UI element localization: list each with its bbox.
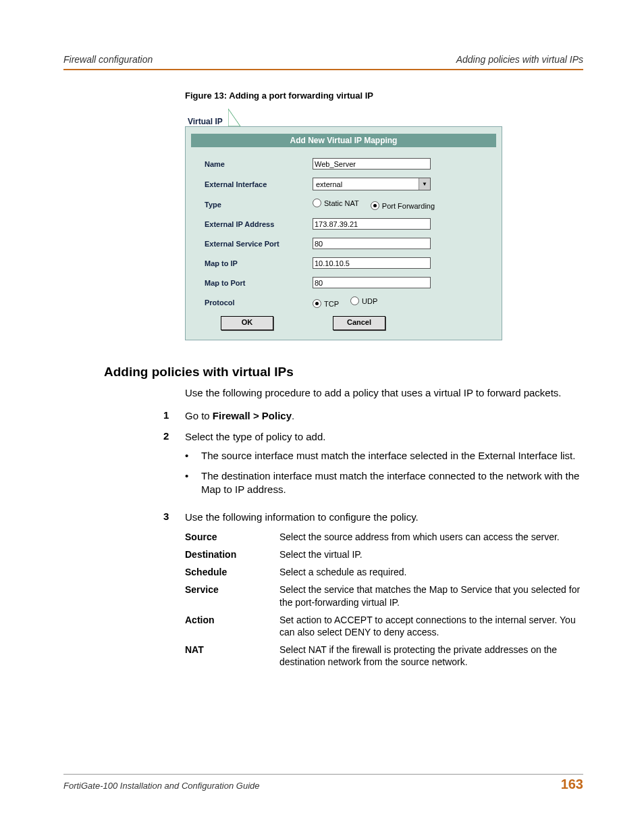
step-3-text: Use the following information to configu… — [185, 511, 583, 524]
step-1-text: Go to Firewall > Policy. — [185, 409, 583, 423]
list-item: • The destination interface must match t… — [185, 469, 583, 497]
external-ip-input[interactable] — [313, 218, 431, 230]
footer-doc-title: FortiGate-100 Installation and Configura… — [63, 781, 260, 791]
name-input[interactable] — [313, 158, 431, 170]
config-table: SourceSelect the source address from whi… — [185, 531, 583, 669]
header-left: Firewall configuration — [63, 54, 153, 65]
tab-virtual-ip[interactable]: Virtual IP — [185, 114, 228, 126]
figure-caption: Figure 13: Adding a port forwarding virt… — [185, 90, 583, 101]
step-3-number: 3 — [163, 511, 185, 524]
label-name: Name — [205, 160, 313, 168]
cancel-button[interactable]: Cancel — [333, 316, 385, 330]
footer-rule — [63, 774, 583, 775]
dropdown-arrow-icon: ▼ — [419, 178, 430, 190]
radio-static-nat-label: Static NAT — [324, 199, 359, 207]
header-right: Adding policies with virtual IPs — [456, 54, 583, 65]
external-interface-select[interactable]: external ▼ — [313, 178, 431, 190]
step-2-number: 2 — [163, 430, 185, 504]
external-port-input[interactable] — [313, 238, 431, 249]
radio-port-forwarding-label: Port Forwarding — [382, 202, 435, 210]
label-external-ip: External IP Address — [205, 220, 313, 228]
list-item: • The source interface must match the in… — [185, 449, 583, 463]
ok-button[interactable]: OK — [221, 316, 273, 330]
dialog-title: Add New Virtual IP Mapping — [191, 134, 496, 147]
external-interface-value: external — [316, 180, 342, 188]
table-row: DestinationSelect the virtual IP. — [185, 548, 583, 561]
step-2-text: Select the type of policy to add. — [185, 430, 583, 444]
label-protocol: Protocol — [205, 298, 313, 307]
header-rule — [63, 69, 583, 70]
radio-udp[interactable]: UDP — [350, 296, 377, 305]
radio-tcp-label: TCP — [324, 300, 339, 308]
label-type: Type — [205, 201, 313, 209]
vip-dialog-screenshot: Virtual IP Add New Virtual IP Mapping Na… — [185, 106, 514, 340]
tab-edge-icon — [228, 109, 242, 126]
section-title: Adding policies with virtual IPs — [104, 365, 583, 380]
map-to-ip-input[interactable] — [313, 257, 431, 269]
step-1-number: 1 — [163, 409, 185, 423]
table-row: ServiceSelect the service that matches t… — [185, 583, 583, 608]
table-row: ActionSet action to ACCEPT to accept con… — [185, 614, 583, 638]
label-map-to-ip: Map to IP — [205, 259, 313, 267]
label-external-port: External Service Port — [205, 240, 313, 248]
radio-static-nat[interactable]: Static NAT — [313, 199, 359, 207]
section-intro: Use the following procedure to add a pol… — [185, 386, 583, 400]
radio-udp-label: UDP — [362, 297, 377, 305]
page-number: 163 — [561, 777, 583, 792]
label-map-to-port: Map to Port — [205, 279, 313, 287]
table-row: SourceSelect the source address from whi… — [185, 531, 583, 543]
map-to-port-input[interactable] — [313, 277, 431, 288]
table-row: NATSelect NAT if the firewall is protect… — [185, 644, 583, 668]
label-external-interface: External Interface — [205, 180, 313, 188]
radio-tcp[interactable]: TCP — [313, 299, 339, 308]
radio-port-forwarding[interactable]: Port Forwarding — [371, 201, 435, 210]
table-row: ScheduleSelect a schedule as required. — [185, 566, 583, 578]
